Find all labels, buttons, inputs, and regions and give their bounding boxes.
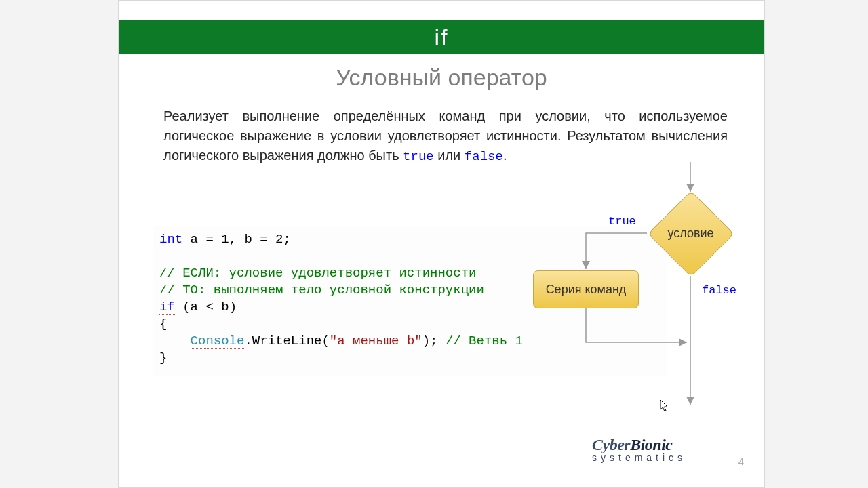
logo: CyberBionic systematics: [592, 436, 714, 462]
flowchart-commands-box: Серия команд: [533, 270, 639, 308]
page-number: 4: [738, 455, 744, 467]
slide: if Условный оператор Реализует выполнени…: [118, 0, 765, 488]
flowchart-condition-diamond: условие: [646, 189, 735, 278]
box-label: Серия команд: [546, 283, 627, 297]
diamond-label: условие: [667, 226, 713, 241]
logo-line2: systematics: [592, 453, 714, 462]
logo-line1: CyberBionic: [592, 436, 714, 453]
flowchart-true-label: true: [608, 215, 636, 228]
cursor-icon: [660, 399, 669, 413]
flowchart-false-label: false: [702, 284, 736, 297]
